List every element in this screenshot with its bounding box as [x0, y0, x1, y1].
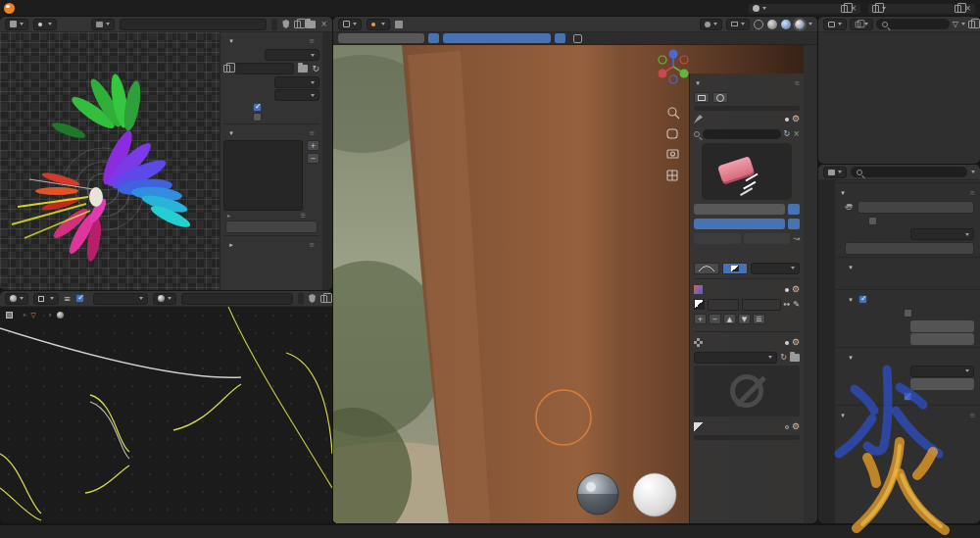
fact-slider[interactable] — [744, 233, 791, 244]
swap-colors-icon[interactable]: ↔ — [784, 300, 791, 309]
fill-tile-button[interactable] — [225, 220, 318, 233]
fake-user-icon[interactable] — [282, 20, 289, 28]
fake-user-icon[interactable] — [309, 294, 316, 303]
clear-image-checkbox[interactable] — [904, 392, 912, 401]
reload-icon[interactable]: ↻ — [312, 64, 319, 73]
strength-pressure-toggle[interactable] — [555, 33, 565, 43]
falloff-curve-button[interactable] — [694, 263, 719, 274]
open-image-icon[interactable] — [306, 21, 316, 28]
erase-mode-dropdown[interactable] — [751, 263, 800, 274]
bake-type-dropdown[interactable] — [910, 228, 974, 240]
radius-slider[interactable] — [338, 33, 424, 43]
image-path-field[interactable] — [234, 63, 294, 74]
brush-icon[interactable] — [395, 21, 403, 28]
view-as-render-checkbox[interactable] — [253, 113, 262, 122]
material-icon[interactable] — [153, 293, 176, 305]
metadata-panel-header[interactable]: ▸≡ — [223, 238, 319, 252]
bake-to-udim-button[interactable] — [845, 242, 974, 255]
color-settings-gear-icon[interactable]: ⚙ — [792, 285, 800, 294]
max-ray-distance-field[interactable] — [910, 333, 974, 345]
stencil-gear-icon[interactable]: ⚙ — [792, 422, 800, 431]
selected-to-active-header[interactable]: ▾ — [835, 292, 980, 307]
rad-slider[interactable] — [694, 233, 741, 244]
palette-remove-button[interactable]: − — [709, 314, 721, 324]
size-pressure-toggle[interactable] — [788, 204, 800, 215]
snap-dropdown[interactable] — [700, 19, 722, 30]
stencil-off-icon[interactable] — [712, 92, 728, 103]
palette-move-up-button[interactable]: ▲ — [723, 314, 736, 324]
image-mode-dropdown[interactable] — [33, 19, 57, 30]
refresh-icon[interactable]: ↻ — [780, 353, 787, 362]
blender-logo-icon[interactable] — [4, 3, 15, 14]
editor-type-button[interactable] — [5, 293, 28, 305]
shader-type-dropdown[interactable] — [33, 293, 59, 305]
copy-view-layer-icon[interactable] — [955, 5, 961, 13]
image-menu-image[interactable] — [76, 24, 86, 25]
shading-material-icon[interactable] — [781, 20, 791, 29]
brush-texture-gear-icon[interactable]: ⚙ — [792, 338, 800, 347]
node-canvas[interactable]: ›▽ › — [0, 307, 332, 523]
outliner-filter-icon[interactable] — [850, 19, 873, 30]
source-dropdown[interactable] — [265, 49, 319, 61]
properties-context-icon[interactable] — [823, 167, 847, 178]
unlink-image-icon[interactable]: × — [320, 20, 327, 28]
shading-wireframe-icon[interactable] — [754, 20, 763, 29]
view-layer-selector[interactable]: × — [867, 3, 976, 15]
cage-checkbox[interactable] — [904, 309, 912, 318]
slot-dropdown[interactable] — [93, 293, 148, 305]
selected-to-active-checkbox[interactable] — [858, 295, 867, 304]
uv-canvas[interactable] — [0, 32, 220, 290]
add-tile-button[interactable]: + — [307, 140, 319, 151]
size-slider[interactable] — [694, 204, 785, 215]
brush-search-input[interactable] — [703, 129, 781, 139]
new-material-icon[interactable] — [320, 295, 327, 303]
output-panel-header[interactable]: ▾ — [835, 350, 980, 365]
margin-field[interactable] — [910, 378, 974, 390]
overlays-dropdown[interactable] — [726, 19, 750, 30]
editor-type-button[interactable] — [5, 19, 28, 30]
new-collection-icon[interactable] — [968, 21, 975, 28]
half-float-checkbox[interactable] — [253, 103, 262, 112]
viewport-canvas[interactable]: ▾≡ ⚙ ↻ × — [333, 45, 804, 523]
shading-solid-icon[interactable] — [767, 20, 777, 29]
radius-pressure-toggle[interactable] — [428, 33, 439, 43]
primary-color-swatch[interactable] — [708, 299, 739, 311]
image-name-field[interactable] — [120, 19, 267, 30]
browse-folder-icon[interactable] — [298, 65, 308, 73]
remove-tile-button[interactable]: − — [307, 153, 319, 164]
strength-slider[interactable] — [443, 33, 551, 43]
influence-panel-header[interactable]: ▾ — [835, 260, 980, 274]
palette-add-button[interactable]: + — [694, 314, 707, 324]
extrusion-field[interactable] — [910, 320, 974, 332]
bpainter-map-generator-header[interactable]: ▾≡ — [835, 408, 980, 422]
copy-scene-icon[interactable] — [841, 5, 848, 13]
editor-type-button[interactable] — [338, 19, 362, 30]
image-panel-header[interactable]: ▾≡ — [223, 34, 319, 48]
eyedropper-icon[interactable]: ✎ — [793, 300, 800, 309]
menu-icon[interactable]: ≡ — [64, 294, 71, 304]
opacity-slider[interactable] — [694, 219, 785, 229]
material-users-badge[interactable] — [298, 293, 304, 305]
bake-button[interactable] — [858, 201, 974, 214]
curve-icon[interactable]: ↝ — [793, 234, 800, 243]
pin-icon[interactable] — [785, 341, 789, 345]
image-menu-view[interactable] — [62, 24, 72, 25]
brush-settings-gear-icon[interactable]: ⚙ — [792, 115, 800, 123]
image-datablock-icon[interactable] — [91, 19, 115, 30]
brush-textures-dropdown[interactable] — [694, 352, 777, 364]
bpainter-panel-header[interactable]: ▾≡ — [694, 76, 800, 89]
properties-search-input[interactable] — [851, 167, 967, 177]
target-dropdown[interactable] — [910, 366, 974, 377]
shading-dropdown-icon[interactable] — [808, 23, 812, 25]
collapsed-section-bar[interactable] — [694, 106, 800, 111]
pin-icon[interactable] — [785, 288, 789, 292]
open-texture-folder-icon[interactable] — [790, 354, 800, 362]
outliner-search-input[interactable] — [876, 19, 950, 29]
image-users-badge[interactable] — [271, 19, 277, 30]
pin-icon[interactable] — [785, 118, 789, 122]
clear-search-icon[interactable]: × — [793, 129, 800, 138]
alpha-dropdown[interactable] — [274, 89, 319, 101]
palette-sort-button[interactable]: ☰ — [753, 314, 765, 324]
secondary-color-swatch[interactable] — [742, 299, 781, 311]
color-space-dropdown[interactable] — [274, 76, 319, 88]
